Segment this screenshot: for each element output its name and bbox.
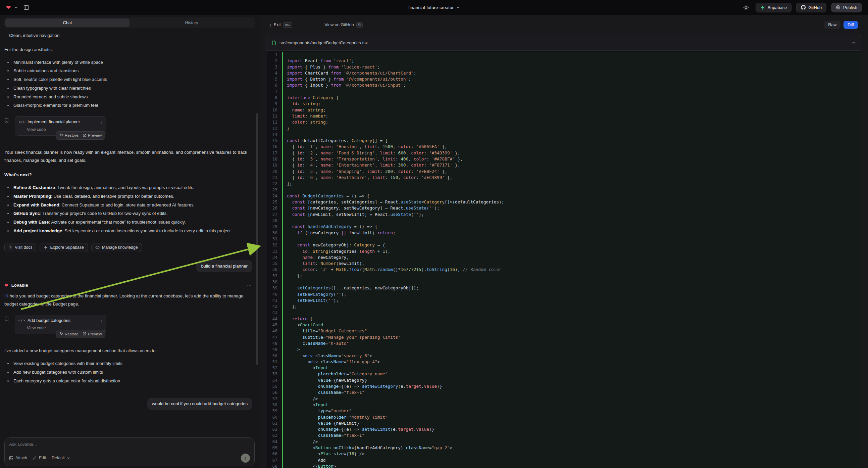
edit-card-add-budget-categories[interactable]: </> Add budget categories › View code ↻ … bbox=[15, 315, 106, 334]
file-path: src/components/budget/BudgetCategories.t… bbox=[279, 40, 368, 45]
restore-label: Restore bbox=[65, 132, 78, 139]
preview-button[interactable]: Preview bbox=[83, 331, 102, 338]
list-item: Glass-morphic elements for a premium fee… bbox=[4, 101, 252, 110]
code-lines[interactable]: 12import React from 'react';3import { Pl… bbox=[267, 51, 861, 468]
tab-history[interactable]: History bbox=[129, 19, 254, 27]
sidebar-toggle-icon[interactable] bbox=[22, 3, 31, 12]
code-line: 67 Add bbox=[267, 457, 861, 463]
collapse-chevron-up-icon[interactable] bbox=[851, 41, 856, 44]
code-line: 24const BudgetCategories = () => { bbox=[267, 193, 861, 199]
design-intro: For the design aesthetic: bbox=[4, 46, 252, 54]
restore-icon: ↻ bbox=[60, 131, 63, 139]
assistant-paragraph: I've added a new budget categories manag… bbox=[4, 347, 252, 355]
whats-next-list: Refine & Customize: Tweak the design, an… bbox=[4, 184, 252, 235]
mode-selector[interactable]: Default bbox=[52, 456, 70, 460]
code-panel: ‹ Exit esc View on GitHub G Raw Diff src… bbox=[259, 15, 868, 468]
code-line: 36 color: '#' + Math.floor(Math.random()… bbox=[267, 267, 861, 273]
app-window: ❤ financial-future-creator Supabase GitH… bbox=[0, 0, 868, 468]
code-line: 62 onChange={(e) => setNewLimit(e.target… bbox=[267, 427, 861, 432]
esc-shortcut-badge: esc bbox=[283, 22, 292, 28]
chat-messages[interactable]: Clean, intuitive navigation For the desi… bbox=[0, 28, 259, 435]
list-item: Subtle animations and transitions bbox=[4, 67, 252, 75]
exit-button[interactable]: ‹ Exit esc bbox=[270, 22, 292, 28]
list-item: Debug with Ease: Activate our experiment… bbox=[4, 218, 252, 226]
code-line: 2import React from 'react'; bbox=[267, 58, 861, 64]
file-header[interactable]: src/components/budget/BudgetCategories.t… bbox=[267, 35, 861, 51]
settings-gear-icon[interactable] bbox=[742, 3, 751, 12]
bookmark-icon[interactable] bbox=[4, 116, 12, 136]
view-on-github-button[interactable]: View on GitHub G bbox=[324, 22, 363, 28]
attach-button[interactable]: Attach bbox=[9, 456, 27, 460]
code-line: 46 title="Budget Categories" bbox=[267, 328, 861, 334]
chat-input[interactable] bbox=[9, 442, 250, 447]
restore-button[interactable]: ↻ Restore bbox=[60, 330, 78, 338]
visit-docs-button[interactable]: Visit docs bbox=[4, 243, 36, 252]
list-item: Rounded corners and subtle shadows bbox=[4, 93, 252, 101]
explore-supabase-button[interactable]: Explore Supabase bbox=[39, 243, 88, 252]
code-line: 1 bbox=[267, 52, 861, 58]
code-line: 22]; bbox=[267, 181, 861, 187]
code-line: 60 placeholder="Monthly limit" bbox=[267, 414, 861, 420]
assistant-name: Lovable bbox=[11, 281, 28, 289]
code-line: 20 { id: '5', name: 'Shopping', limit: 2… bbox=[267, 169, 861, 175]
code-line: 63 className="flex-1" bbox=[267, 432, 861, 438]
code-line: 35 limit: Number(newLimit), bbox=[267, 261, 861, 267]
list-item: Master Prompting: Use clear, detailed, a… bbox=[4, 193, 252, 200]
composer: Attach Edit Default ↑ bbox=[4, 437, 255, 466]
code-line: 19 { id: '4', name: 'Entertainment', lim… bbox=[267, 162, 861, 168]
code-line: 41 setNewLimit(''); bbox=[267, 297, 861, 303]
code-line: 26 const [newCategory, setNewCategory] =… bbox=[267, 205, 861, 211]
code-line: 9 id: string; bbox=[267, 101, 861, 107]
user-message: would be cool if you could add budget ca… bbox=[4, 398, 252, 410]
code-line: 58 <Input bbox=[267, 402, 861, 408]
bullet-text: : Tweak the design, animations, and layo… bbox=[55, 185, 194, 190]
supabase-button[interactable]: Supabase bbox=[755, 3, 792, 12]
publish-button[interactable]: Publish bbox=[831, 3, 862, 12]
code-line: 7 bbox=[267, 89, 861, 95]
edit-mode-button[interactable]: Edit bbox=[33, 456, 46, 460]
preview-label: Preview bbox=[88, 132, 102, 139]
code-line: 68 </Button> bbox=[267, 463, 861, 468]
scrolled-list-item: Clean, intuitive navigation bbox=[4, 32, 252, 39]
assistant-paragraph: Your sleek financial planner is now read… bbox=[4, 148, 252, 165]
code-line: 51 <div className="flex gap-4"> bbox=[267, 359, 861, 365]
bookmark-icon[interactable] bbox=[4, 315, 12, 334]
github-label: GitHub bbox=[808, 5, 822, 10]
diff-toggle-button[interactable]: Diff bbox=[843, 21, 858, 29]
code-icon: </> bbox=[19, 120, 25, 124]
bullet-text: : Set key context or custom instructions… bbox=[62, 228, 232, 233]
lovable-logo-icon[interactable]: ❤ bbox=[6, 5, 11, 10]
restore-button[interactable]: ↻ Restore bbox=[60, 131, 78, 139]
manage-knowledge-button[interactable]: Manage knowledge bbox=[91, 243, 142, 252]
code-line: 3import { Plus } from 'lucide-react'; bbox=[267, 64, 861, 70]
chat-panel: Chat History Clean, intuitive navigation… bbox=[0, 15, 259, 468]
code-line: 42 }; bbox=[267, 303, 861, 310]
restore-icon: ↻ bbox=[60, 330, 63, 338]
code-line: 13} bbox=[267, 125, 861, 131]
view-on-github-label: View on GitHub bbox=[324, 23, 354, 27]
docs-icon bbox=[8, 245, 12, 250]
project-selector[interactable]: financial-future-creator bbox=[408, 5, 460, 10]
code-line: 25 const [categories, setCategories] = R… bbox=[267, 199, 861, 205]
whats-next-heading: What's next? bbox=[4, 171, 252, 179]
code-line: 11 limit: number; bbox=[267, 113, 861, 119]
logo-chevron-down-icon[interactable] bbox=[14, 6, 18, 8]
edit-card-implement-planner[interactable]: </> Implement financial planner › View c… bbox=[15, 116, 106, 136]
code-line: 33 id: String(categories.length + 1), bbox=[267, 248, 861, 255]
code-line: 59 type="number" bbox=[267, 408, 861, 414]
tab-chat[interactable]: Chat bbox=[5, 19, 129, 27]
code-line: 55 onChange={(e) => setNewCategory(e.tar… bbox=[267, 383, 861, 389]
message-options-icon[interactable]: ⋯ bbox=[247, 281, 252, 289]
code-line: 12 color: string; bbox=[267, 119, 861, 125]
code-line: 53 placeholder="Category name" bbox=[267, 371, 861, 377]
github-button[interactable]: GitHub bbox=[796, 3, 827, 12]
preview-button[interactable]: Preview bbox=[83, 132, 102, 139]
edit-card-title: Add budget categories bbox=[28, 318, 70, 324]
send-button[interactable]: ↑ bbox=[241, 454, 250, 463]
attach-image-icon bbox=[9, 456, 13, 460]
assistant-header: ❤ Lovable ⋯ bbox=[4, 281, 252, 289]
raw-toggle-button[interactable]: Raw bbox=[824, 21, 840, 29]
back-chevron-icon: ‹ bbox=[270, 22, 272, 28]
edit-card-toolbar: ↻ Restore Preview bbox=[56, 330, 105, 338]
chat-scrollbar[interactable] bbox=[256, 113, 258, 365]
